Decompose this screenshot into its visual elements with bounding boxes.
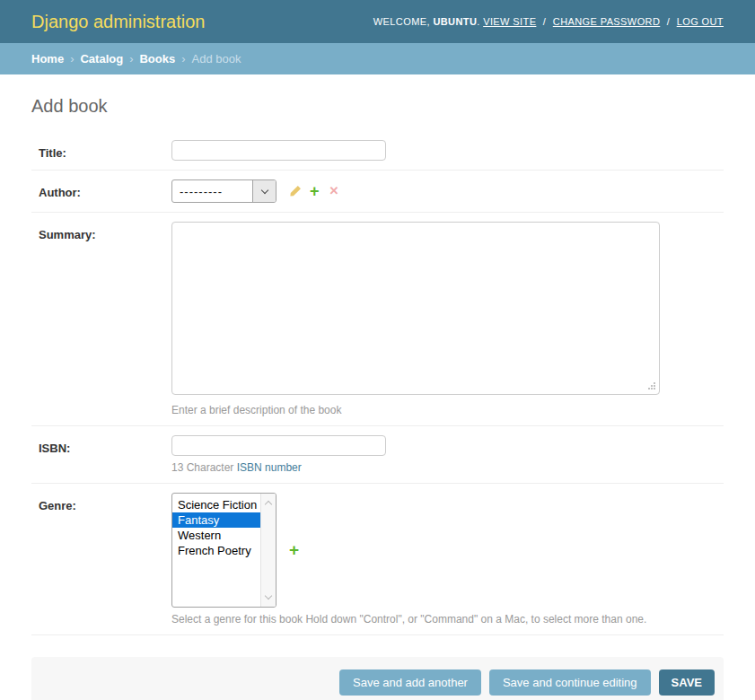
- breadcrumb-current: Add book: [192, 52, 241, 66]
- form-row-genre: Genre: Science Fiction Fantasy Western F…: [31, 484, 724, 635]
- admin-header: Django administration WELCOME, UBUNTU. V…: [0, 0, 755, 43]
- user-tools: WELCOME, UBUNTU. VIEW SITE / CHANGE PASS…: [373, 16, 724, 27]
- change-password-link[interactable]: CHANGE PASSWORD: [553, 16, 660, 27]
- breadcrumb-separator: ›: [70, 52, 74, 66]
- author-select[interactable]: ---------: [171, 179, 277, 203]
- isbn-input[interactable]: [171, 435, 386, 456]
- breadcrumb-catalog[interactable]: Catalog: [80, 52, 123, 66]
- save-and-add-another-button[interactable]: Save and add another: [339, 669, 481, 696]
- author-selected-value: ---------: [172, 185, 252, 198]
- summary-textarea[interactable]: [171, 222, 660, 395]
- form-row-author: Author: --------- + ✕: [31, 171, 724, 213]
- add-book-form: Title: Author: --------- + ✕: [31, 131, 724, 700]
- breadcrumb-home[interactable]: Home: [31, 52, 64, 66]
- breadcrumb-separator: ›: [181, 52, 185, 66]
- content: Add book Title: Author: ---------: [0, 96, 755, 700]
- genre-option-western[interactable]: Western: [172, 528, 260, 543]
- site-branding[interactable]: Django administration: [31, 12, 205, 32]
- title-label: Title:: [39, 146, 66, 160]
- save-button[interactable]: SAVE: [659, 669, 715, 696]
- genre-help-text: Select a genre for this book Hold down "…: [171, 613, 646, 626]
- genre-option-fantasy[interactable]: Fantasy: [172, 512, 260, 528]
- submit-row: Save and add another Save and continue e…: [31, 657, 724, 700]
- author-label: Author:: [39, 186, 81, 199]
- breadcrumb: Home › Catalog › Books › Add book: [0, 43, 755, 74]
- listbox-scrollbar[interactable]: [260, 494, 276, 607]
- genre-label: Genre:: [39, 499, 76, 512]
- summary-label: Summary:: [39, 228, 96, 241]
- chevron-down-icon[interactable]: [252, 180, 276, 202]
- delete-related-icon[interactable]: ✕: [329, 185, 339, 197]
- genre-option-science-fiction[interactable]: Science Fiction: [172, 497, 260, 512]
- summary-help-text: Enter a brief description of the book: [171, 404, 660, 416]
- page-title: Add book: [31, 96, 724, 117]
- genre-option-french-poetry[interactable]: French Poetry: [172, 543, 260, 558]
- welcome-text: WELCOME, UBUNTU.: [373, 16, 480, 27]
- form-row-title: Title:: [31, 131, 724, 171]
- isbn-label: ISBN:: [39, 442, 70, 455]
- isbn-number-link[interactable]: ISBN number: [237, 461, 302, 474]
- breadcrumb-separator: ›: [129, 52, 133, 66]
- username: UBUNTU: [433, 16, 477, 27]
- log-out-link[interactable]: LOG OUT: [677, 16, 724, 27]
- save-and-continue-editing-button[interactable]: Save and continue editing: [489, 669, 651, 696]
- edit-pencil-icon[interactable]: [289, 185, 302, 197]
- scroll-up-icon[interactable]: [265, 501, 272, 508]
- tools-separator: /: [667, 16, 670, 27]
- form-row-summary: Summary: Enter a brief description of th…: [31, 213, 724, 426]
- genre-multiselect[interactable]: Science Fiction Fantasy Western French P…: [171, 493, 277, 608]
- view-site-link[interactable]: VIEW SITE: [483, 16, 536, 27]
- form-row-isbn: ISBN: 13 Character ISBN number: [31, 426, 724, 484]
- title-input[interactable]: [171, 140, 386, 161]
- scroll-down-icon[interactable]: [265, 592, 272, 599]
- breadcrumb-books[interactable]: Books: [139, 52, 175, 66]
- tools-separator: /: [543, 16, 546, 27]
- isbn-help-text: 13 Character ISBN number: [171, 461, 386, 474]
- add-related-icon[interactable]: +: [310, 185, 320, 197]
- add-genre-icon[interactable]: +: [289, 540, 299, 560]
